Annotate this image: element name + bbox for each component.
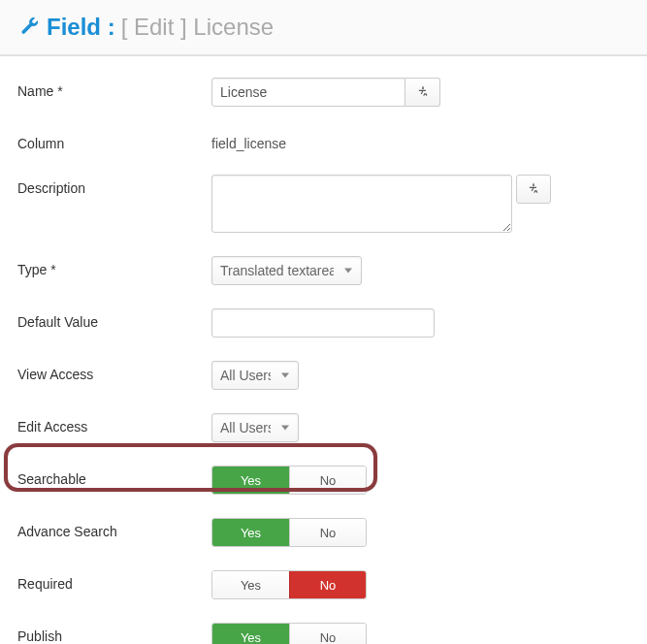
row-view-access: View Access All Users xyxy=(17,361,630,390)
row-description: Description xyxy=(17,175,630,233)
default-value-input[interactable] xyxy=(211,308,435,338)
searchable-no-button[interactable]: No xyxy=(289,467,366,494)
wrench-icon xyxy=(17,14,39,41)
publish-no-button[interactable]: No xyxy=(289,624,366,644)
label-searchable: Searchable xyxy=(17,466,211,487)
searchable-yes-button[interactable]: Yes xyxy=(212,467,289,494)
title-gray: [ Edit ] License xyxy=(121,14,274,41)
required-no-button[interactable]: No xyxy=(289,571,366,598)
page-title: Field : [ Edit ] License xyxy=(47,14,274,41)
advance-search-toggle: Yes No xyxy=(211,518,367,547)
row-default-value: Default Value xyxy=(17,308,630,338)
translate-icon xyxy=(527,181,540,198)
required-yes-button[interactable]: Yes xyxy=(212,571,289,598)
column-value: field_license xyxy=(211,130,286,151)
publish-yes-button[interactable]: Yes xyxy=(212,624,289,644)
label-name: Name * xyxy=(17,78,211,99)
name-input[interactable] xyxy=(211,78,405,107)
translate-button-description[interactable] xyxy=(516,175,551,204)
publish-toggle: Yes No xyxy=(211,623,367,644)
searchable-toggle: Yes No xyxy=(211,466,367,495)
advance-search-yes-button[interactable]: Yes xyxy=(212,519,289,546)
type-select[interactable]: Translated textarea xyxy=(211,256,362,285)
label-required: Required xyxy=(17,570,211,592)
row-column: Column field_license xyxy=(17,130,630,151)
label-description: Description xyxy=(17,175,211,196)
label-edit-access: Edit Access xyxy=(17,413,211,435)
title-blue: Field : xyxy=(47,14,115,41)
row-name: Name * xyxy=(17,78,630,107)
edit-access-select[interactable]: All Users xyxy=(211,413,299,442)
label-advance-search: Advance Search xyxy=(17,518,211,539)
label-default-value: Default Value xyxy=(17,308,211,330)
label-column: Column xyxy=(17,130,211,151)
label-type: Type * xyxy=(17,256,211,277)
row-type: Type * Translated textarea xyxy=(17,256,630,285)
row-publish: Publish Yes No xyxy=(17,623,630,644)
advance-search-no-button[interactable]: No xyxy=(289,519,366,546)
row-edit-access: Edit Access All Users xyxy=(17,413,630,442)
label-publish: Publish xyxy=(17,623,211,644)
row-searchable: Searchable Yes No xyxy=(17,466,630,495)
translate-button-name[interactable] xyxy=(405,78,440,107)
row-advance-search: Advance Search Yes No xyxy=(17,518,630,547)
row-required: Required Yes No xyxy=(17,570,630,599)
label-view-access: View Access xyxy=(17,361,211,382)
translate-icon xyxy=(416,84,430,101)
form: Name * Column field_license Description xyxy=(0,55,647,644)
description-textarea[interactable] xyxy=(211,175,512,233)
title-bar: Field : [ Edit ] License xyxy=(0,0,647,55)
view-access-select[interactable]: All Users xyxy=(211,361,299,390)
required-toggle: Yes No xyxy=(211,570,367,599)
